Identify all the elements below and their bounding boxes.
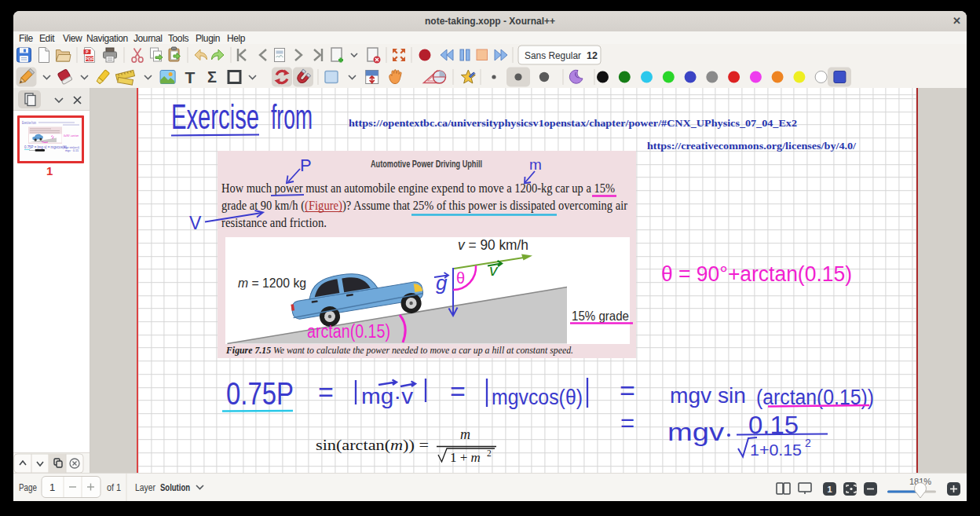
svg-text:mgv: mgv — [667, 419, 725, 446]
svg-text:Layer: Layer — [135, 482, 155, 493]
svg-text:PDF: PDF — [85, 57, 94, 61]
svg-text:m = 1200 kg: m = 1200 kg — [238, 276, 306, 291]
svg-text:=: = — [620, 409, 634, 437]
svg-text:mgvcos(θ): mgvcos(θ) — [492, 385, 583, 409]
svg-text:Solution: Solution — [160, 482, 190, 493]
svg-text:sin(arctan(m)) =: sin(arctan(m)) = — [316, 437, 429, 454]
svg-text:)? Assume that 25% of this pow: )? Assume that 25% of this power is diss… — [342, 197, 627, 213]
svg-text:2: 2 — [487, 448, 492, 458]
svg-text:θ: θ — [456, 269, 465, 287]
svg-text:Page: Page — [19, 482, 37, 493]
svg-text:=: = — [620, 375, 635, 405]
svg-text:https://opentextbc.ca/universi: https://opentextbc.ca/universityphysicsv… — [349, 117, 797, 129]
svg-text:Σ: Σ — [207, 68, 217, 86]
svg-text:m: m — [529, 156, 542, 173]
svg-text:Exercise: Exercise — [171, 97, 259, 137]
svg-text:=: = — [450, 376, 466, 406]
svg-text:g: g — [436, 271, 448, 295]
svg-text:m: m — [460, 426, 470, 442]
svg-text:1+0.15: 1+0.15 — [750, 441, 802, 459]
svg-text:V: V — [189, 213, 202, 233]
svg-text:1 + m: 1 + m — [450, 450, 481, 465]
svg-text:of 1: of 1 — [107, 482, 121, 493]
svg-text:v = 90 km/h: v = 90 km/h — [458, 237, 528, 253]
svg-text:1: 1 — [827, 485, 832, 494]
svg-text:mgv sin: mgv sin — [670, 383, 746, 408]
svg-text:How much power must an automob: How much power must an automobile engine… — [221, 180, 615, 196]
svg-text:0.75P: 0.75P — [226, 375, 294, 412]
svg-text:θ=90°+arctan: θ=90°+arctan — [64, 134, 79, 137]
svg-text:2: 2 — [805, 437, 811, 449]
svg-text:T: T — [185, 68, 196, 86]
svg-text:(Figure): (Figure) — [305, 197, 342, 213]
svg-text:mg·v: mg·v — [361, 384, 413, 408]
svg-text:https://creativecommons.org/li: https://creativecommons.org/licenses/by/… — [647, 140, 856, 152]
svg-text:grade at 90 km/h (: grade at 90 km/h ( — [221, 197, 305, 213]
svg-text:Figure 7.15 We want to calcula: Figure 7.15 We want to calculate the pow… — [225, 344, 573, 356]
svg-text:arctan(0.15): arctan(0.15) — [307, 321, 390, 342]
svg-text:mgv · 0.15: mgv · 0.15 — [65, 148, 79, 152]
svg-text:θ = 90°+arctan(0.15): θ = 90°+arctan(0.15) — [661, 262, 852, 286]
svg-text:1: 1 — [49, 481, 55, 493]
svg-text:P: P — [300, 156, 312, 175]
svg-text:0.75P = |mg·v| = mgvcos(θ): 0.75P = |mg·v| = mgvcos(θ) — [24, 145, 67, 149]
svg-text:Exercise from: Exercise from — [22, 121, 36, 125]
svg-text:15% grade: 15% grade — [572, 309, 629, 323]
svg-text:from: from — [271, 97, 313, 137]
svg-text:12: 12 — [587, 50, 598, 61]
svg-text:Sans Regular: Sans Regular — [525, 50, 581, 61]
svg-text:Automotive Power Driving Uphil: Automotive Power Driving Uphill — [371, 159, 482, 170]
svg-text:=: = — [318, 377, 334, 407]
